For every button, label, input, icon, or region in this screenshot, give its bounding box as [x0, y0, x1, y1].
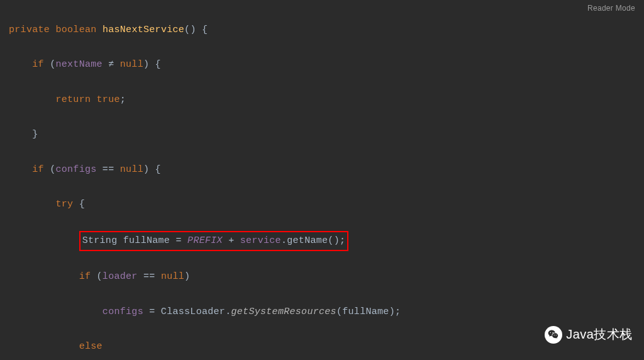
code-line[interactable]: String fullName = PREFIX + service.getNa… [9, 231, 635, 251]
code-line[interactable]: else [9, 338, 635, 356]
method-call: getSystemResources [231, 307, 336, 317]
keyword: return [55, 94, 91, 105]
code-line[interactable]: configs = ClassLoader.getSystemResources… [9, 303, 635, 321]
watermark: Java技术栈 [545, 323, 633, 346]
keyword: if [32, 59, 44, 70]
code-editor[interactable]: private boolean hasNextService() { if (n… [0, 0, 644, 360]
code-line[interactable]: private boolean hasNextService() { [9, 21, 635, 39]
code-line[interactable]: if (nextName ≠ null) { [9, 56, 635, 74]
code-line[interactable]: if (loader == null) [9, 268, 635, 286]
keyword: private [9, 25, 50, 35]
method-name: hasNextService [103, 25, 184, 35]
code-line[interactable]: return true; [9, 91, 635, 109]
highlight-box: String fullName = PREFIX + service.getNa… [79, 231, 349, 251]
code-line[interactable]: if (configs == null) { [9, 161, 635, 179]
field: configs [55, 164, 96, 175]
reader-mode-toggle[interactable]: Reader Mode [587, 1, 635, 15]
constant: PREFIX [187, 235, 223, 246]
field: nextName [55, 59, 102, 70]
watermark-text: Java技术栈 [566, 323, 633, 346]
keyword: try [55, 199, 73, 210]
keyword: if [79, 271, 91, 282]
code-line[interactable]: } [9, 126, 635, 143]
keyword: boolean [55, 25, 96, 35]
punct: () { [184, 25, 208, 35]
code-line[interactable]: try { [9, 196, 635, 213]
wechat-icon [545, 326, 562, 344]
keyword: if [32, 164, 44, 175]
keyword: else [79, 341, 103, 352]
type: String [82, 235, 123, 246]
